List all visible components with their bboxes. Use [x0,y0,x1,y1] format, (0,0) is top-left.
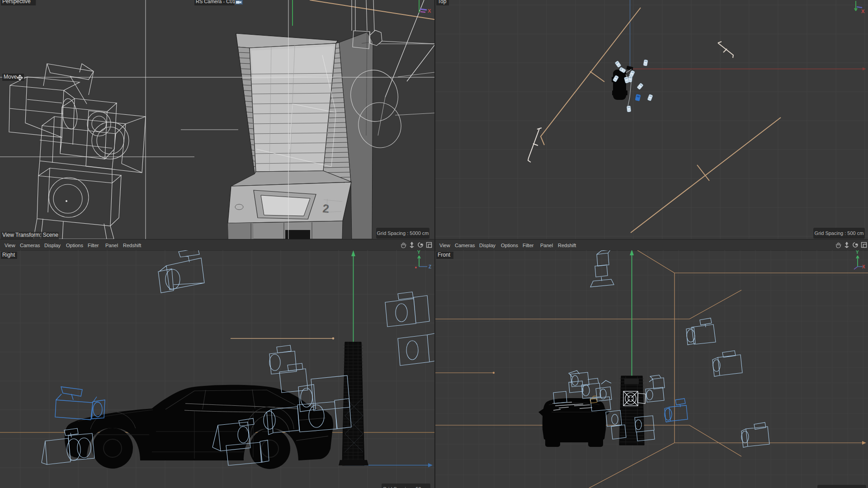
svg-text:Perspective: Perspective [2,0,31,5]
svg-text:Redshift: Redshift [558,243,576,248]
svg-text:Panel: Panel [105,243,118,248]
svg-text:2: 2 [322,202,330,216]
svg-text:View Transform: Scene: View Transform: Scene [2,232,58,238]
svg-text:Grid Spacing : 50 cm: Grid Spacing : 50 cm [383,486,429,488]
svg-text:Redshift: Redshift [123,243,141,248]
svg-text:Options: Options [501,243,518,248]
svg-text:Display: Display [479,243,496,248]
svg-text:Display: Display [44,243,61,248]
svg-text:X: X [862,264,865,269]
svg-text:Filter: Filter [88,243,99,248]
svg-text:Move: Move [4,74,17,80]
svg-text:Filter: Filter [523,243,534,248]
svg-text:Cameras: Cameras [455,243,475,248]
svg-text:Front: Front [438,252,451,258]
svg-text:Grid Spacing : 500 cm: Grid Spacing : 500 cm [815,230,864,236]
svg-text:X: X [861,9,865,14]
svg-text:Y: Y [856,250,859,255]
svg-text:Right: Right [2,252,15,258]
svg-text:Grid Spacing : 5000 cm: Grid Spacing : 5000 cm [377,230,429,236]
svg-text:Cameras: Cameras [20,243,40,248]
svg-text:Z: Z [429,264,431,269]
svg-text:View: View [439,243,450,248]
svg-text:Y: Y [417,250,420,255]
svg-text:Options: Options [66,243,83,248]
svg-text:View: View [5,243,15,248]
svg-text:Top: Top [438,0,447,5]
svg-text:RS Camera - C01: RS Camera - C01 [196,0,235,4]
svg-text:X: X [428,8,431,14]
svg-text:Panel: Panel [540,243,553,248]
